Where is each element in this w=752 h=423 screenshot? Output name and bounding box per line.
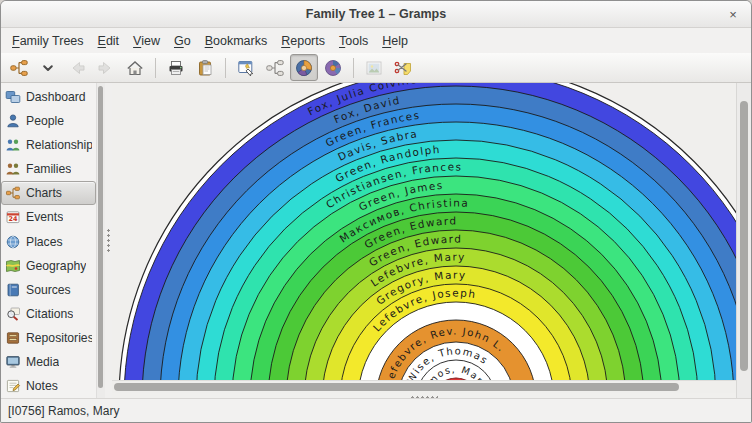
menu-family-trees[interactable]: Family Trees xyxy=(5,31,91,51)
events-icon: 24 xyxy=(5,209,21,225)
status-text: [I0756] Ramos, Mary xyxy=(8,404,119,418)
forward-icon xyxy=(96,58,116,78)
sidebar-item-label: Citations xyxy=(26,307,73,321)
sidebar-item-label: Places xyxy=(26,235,63,249)
menu-item-label: F xyxy=(12,34,20,48)
fan-chart-view-button[interactable] xyxy=(290,54,318,81)
configure-view-button[interactable] xyxy=(232,54,260,81)
sidebar-item-events[interactable]: 24Events xyxy=(1,205,96,229)
repositories-icon xyxy=(5,330,21,346)
toolbar-separator xyxy=(155,58,156,78)
snapshot-button[interactable] xyxy=(389,54,417,81)
save-image-button[interactable] xyxy=(360,54,388,81)
menu-bookmarks[interactable]: Bookmarks xyxy=(198,31,275,51)
menu-item-label: G xyxy=(174,34,184,48)
sidebar-item-media[interactable]: Media xyxy=(1,350,96,374)
relationships-icon xyxy=(5,137,21,153)
menu-view[interactable]: View xyxy=(126,31,167,51)
menu-item-label: iew xyxy=(141,34,160,48)
menu-help[interactable]: Help xyxy=(375,31,415,51)
sidebar-item-label: Relationships xyxy=(26,138,92,152)
sidebar-item-label: People xyxy=(26,114,64,128)
sidebar-item-repositories[interactable]: Repositories xyxy=(1,326,96,350)
citations-icon xyxy=(5,306,21,322)
vertical-scrollbar-thumb[interactable] xyxy=(740,101,748,371)
splitter-grip-icon xyxy=(107,228,110,254)
people-icon xyxy=(5,113,21,129)
sources-icon xyxy=(5,282,21,298)
window-title: Family Tree 1 – Gramps xyxy=(306,7,446,21)
forward-button[interactable] xyxy=(92,54,120,81)
back-icon xyxy=(67,58,87,78)
menu-go[interactable]: Go xyxy=(167,31,198,51)
view-dropdown-button[interactable] xyxy=(34,54,62,81)
menu-tools[interactable]: Tools xyxy=(332,31,375,51)
pedigree-view-button[interactable] xyxy=(261,54,289,81)
sidebar-item-label: Notes xyxy=(26,379,58,393)
sidebar-item-charts[interactable]: Charts xyxy=(1,181,96,205)
sidebar-item-notes[interactable]: Notes xyxy=(1,374,96,398)
scissors-icon xyxy=(393,58,413,78)
fan-chart-icon xyxy=(294,58,314,78)
sidebar-item-places[interactable]: Places xyxy=(1,229,96,253)
toolbar xyxy=(1,53,751,83)
window-pointer-icon xyxy=(236,58,256,78)
notes-icon xyxy=(5,378,21,394)
sidebar-item-people[interactable]: People xyxy=(1,109,96,133)
menu-item-label: R xyxy=(281,34,290,48)
clipboard-button[interactable] xyxy=(191,54,219,81)
menu-reports[interactable]: Reports xyxy=(274,31,332,51)
fan-chart[interactable]: Ramos, MaryWise, ThomasLefebvre, Rev. Jo… xyxy=(112,83,736,380)
back-button[interactable] xyxy=(63,54,91,81)
events-icon: 24 xyxy=(5,209,21,225)
sidebar-item-families[interactable]: Families xyxy=(1,157,96,181)
fan-chart-canvas[interactable]: Ramos, MaryWise, ThomasLefebvre, Rev. Jo… xyxy=(112,83,736,380)
menu-item-label: ools xyxy=(345,34,368,48)
menu-item-label: ookmarks xyxy=(213,34,267,48)
clipboard-icon xyxy=(195,58,215,78)
vertical-scrollbar[interactable] xyxy=(736,83,751,398)
horizontal-scrollbar[interactable] xyxy=(112,380,736,393)
menubar: Family TreesEditViewGoBookmarksReportsTo… xyxy=(1,28,751,53)
sidebar-item-dashboard[interactable]: Dashboard xyxy=(1,85,96,109)
sidebar-item-label: Dashboard xyxy=(26,90,86,104)
menu-item-label: amily Trees xyxy=(20,34,84,48)
citations-icon xyxy=(5,306,21,322)
relationships-icon xyxy=(5,137,21,153)
sidebar-item-citations[interactable]: Citations xyxy=(1,302,96,326)
sidebar-item-geography[interactable]: Geography xyxy=(1,254,96,278)
close-icon[interactable]: × xyxy=(724,5,742,23)
sidebar-scrollbar-thumb[interactable] xyxy=(98,86,103,388)
print-button[interactable] xyxy=(162,54,190,81)
media-icon xyxy=(5,354,21,370)
descendant-fan-view-button[interactable] xyxy=(319,54,347,81)
dashboard-icon xyxy=(5,89,21,105)
statusbar: [I0756] Ramos, Mary xyxy=(1,398,751,422)
sidebar-scrollbar[interactable] xyxy=(96,83,105,398)
geography-icon xyxy=(5,258,21,274)
charts-icon xyxy=(5,185,21,201)
chevron-down-icon xyxy=(38,58,58,78)
sidebar-item-label: Repositories xyxy=(26,331,92,345)
sidebar-item-label: Charts xyxy=(26,186,62,200)
menu-item-label: dit xyxy=(106,34,119,48)
charts-icon xyxy=(5,185,21,201)
menu-edit[interactable]: Edit xyxy=(91,31,127,51)
repositories-icon xyxy=(5,330,21,346)
families-icon xyxy=(5,161,21,177)
sidebar-item-sources[interactable]: Sources xyxy=(1,278,96,302)
svg-text:24: 24 xyxy=(8,215,18,223)
media-icon xyxy=(5,354,21,370)
toolbar-separator xyxy=(353,58,354,78)
places-icon xyxy=(5,234,21,250)
horizontal-scrollbar-thumb[interactable] xyxy=(114,383,679,391)
pane-splitter[interactable] xyxy=(105,83,112,398)
image-icon xyxy=(364,58,384,78)
menu-item-label: o xyxy=(184,34,191,48)
menu-item-label: eports xyxy=(290,34,325,48)
sidebar-item-relationships[interactable]: Relationships xyxy=(1,133,96,157)
gramps-people-button[interactable] xyxy=(5,54,33,81)
people-icon xyxy=(5,113,21,129)
sidebar-item-label: Sources xyxy=(26,283,71,297)
home-person-button[interactable] xyxy=(121,54,149,81)
